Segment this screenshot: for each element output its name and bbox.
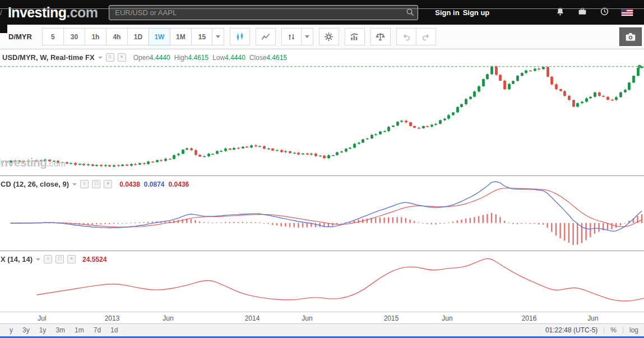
panel-close-icon[interactable]: × xyxy=(67,255,76,263)
macd-value: 0.0438 xyxy=(119,180,140,188)
indicators-icon xyxy=(350,32,359,41)
watermark-text-tld: .com xyxy=(47,159,66,168)
timeframe-1W-button[interactable]: 1W xyxy=(149,28,170,45)
x-axis-label: Jun xyxy=(302,314,312,322)
compare-button[interactable] xyxy=(281,28,302,45)
watermark-logo: Investing.com xyxy=(0,156,66,169)
range-buttons: y3y1y3m1m7d1d xyxy=(10,326,127,334)
sign-up-link[interactable]: Sign up xyxy=(463,8,490,17)
chart-title: USD/MYR, W, Real-time FX xyxy=(2,53,95,62)
interval-dropdown-button[interactable] xyxy=(212,28,224,45)
panel-collapse-icon[interactable]: ○ xyxy=(106,53,114,62)
ohlc-value: 4.4615 xyxy=(267,54,288,62)
site-logo[interactable]: Investing.com xyxy=(8,4,98,21)
chart-style-line-button[interactable] xyxy=(256,28,276,45)
panel-close-icon[interactable]: × xyxy=(118,53,126,62)
timeframe-4h-button[interactable]: 4h xyxy=(106,28,128,45)
range-1y-button[interactable]: 1y xyxy=(39,326,47,334)
panel-close-icon[interactable]: × xyxy=(104,180,112,188)
chart-title-caret-icon[interactable] xyxy=(98,57,103,59)
timeframe-1h-button[interactable]: 1h xyxy=(85,28,106,45)
clock-readout: 01:22:48 (UTC-5) xyxy=(545,326,597,334)
compare-dropdown-button[interactable] xyxy=(301,28,313,45)
price-chart-canvas[interactable] xyxy=(0,49,644,175)
panel-maximize-icon[interactable]: □ xyxy=(55,255,64,263)
ohlc-label: Low xyxy=(212,54,225,62)
time-axis[interactable]: Jul2013Jun2014Jun2015Jun2016Jun xyxy=(0,312,644,323)
language-flag-us[interactable] xyxy=(622,9,633,16)
macd-title-caret-icon[interactable] xyxy=(72,183,77,186)
panel-separator[interactable] xyxy=(0,251,644,251)
compare-arrows-icon xyxy=(287,33,296,41)
x-axis-label: Jun xyxy=(163,314,173,322)
search-icon[interactable] xyxy=(406,8,415,19)
x-axis-label: Jun xyxy=(587,314,598,322)
ohlc-readout: Open4.4440High4.4615Low4.4440Close4.4615 xyxy=(129,54,288,62)
redo-arrow-icon xyxy=(421,33,430,41)
logo-text-tld: .com xyxy=(66,4,98,20)
range-3y-button[interactable]: 3y xyxy=(22,326,30,334)
panel-separator[interactable] xyxy=(0,175,644,176)
adx-panel-header: X (14, 14) ○ □ × 24.5524 xyxy=(1,255,106,263)
price-panel-header: USD/MYR, W, Real-time FX ○ × Open4.4440H… xyxy=(2,53,287,62)
candlestick-icon xyxy=(235,33,244,41)
macd-values: 0.04380.08740.0436 xyxy=(115,180,189,188)
divider xyxy=(623,327,623,334)
search-input[interactable] xyxy=(109,5,418,20)
line-chart-icon xyxy=(261,33,270,41)
balance-scales-button[interactable] xyxy=(370,28,391,45)
auth-separator: / xyxy=(0,8,644,9)
top-header: Investing.com Sign in / Sign up xyxy=(0,0,644,25)
bottom-bar: y3y1y3m1m7d1d 01:22:48 (UTC-5) % log xyxy=(0,323,644,338)
range-7d-button[interactable]: 7d xyxy=(94,326,101,334)
panel-maximize-icon[interactable]: □ xyxy=(92,180,100,188)
macd-value: 0.0874 xyxy=(144,180,165,188)
timeframe-1M-button[interactable]: 1M xyxy=(170,28,192,45)
ohlc-label: Open xyxy=(133,54,150,62)
ohlc-value: 4.4440 xyxy=(150,54,170,62)
chart-type-candlestick-button[interactable] xyxy=(230,28,250,45)
log-scale-button[interactable]: log xyxy=(629,326,638,334)
camera-icon xyxy=(625,32,636,42)
range-1m-button[interactable]: 1m xyxy=(75,326,84,334)
chevron-down-icon xyxy=(305,35,309,38)
ohlc-value: 4.4440 xyxy=(225,54,245,62)
timeframe-1D-button[interactable]: 1D xyxy=(127,28,149,45)
sign-in-link[interactable]: Sign in xyxy=(435,8,459,17)
timeframe-5-button[interactable]: 5 xyxy=(42,28,64,45)
range-y-button[interactable]: y xyxy=(10,326,13,334)
timeframe-30-button[interactable]: 30 xyxy=(63,28,85,45)
redo-button[interactable] xyxy=(416,28,436,45)
adx-title-caret-icon[interactable] xyxy=(36,258,40,261)
panel-settings-icon[interactable]: ○ xyxy=(80,180,89,188)
adx-value: 24.5524 xyxy=(82,256,106,263)
x-axis-label: 2014 xyxy=(245,314,260,322)
timeframe-group: 5301h4h1D1W1M15 xyxy=(42,28,213,45)
macd-value: 0.0436 xyxy=(169,180,189,188)
logo-text-main: Investing xyxy=(8,4,66,20)
chart-toolbar: D/MYR 5301h4h1D1W1M15 xyxy=(0,25,644,49)
timeframe-15-button[interactable]: 15 xyxy=(191,28,213,45)
search-box xyxy=(109,5,418,20)
chart-region: USD/MYR, W, Real-time FX ○ × Open4.4440H… xyxy=(0,49,644,323)
indicators-button[interactable] xyxy=(345,28,365,45)
x-axis-label: Jul xyxy=(38,314,46,322)
percent-scale-button[interactable]: % xyxy=(610,326,617,334)
ohlc-label: High xyxy=(174,54,188,62)
watermark-text-main: Investing xyxy=(0,156,47,169)
undo-button[interactable] xyxy=(396,28,416,45)
auth-links: Sign in / Sign up xyxy=(435,8,489,17)
panel-settings-icon[interactable]: ○ xyxy=(44,255,52,263)
adx-title: X (14, 14) xyxy=(1,255,33,263)
undo-arrow-icon xyxy=(402,33,411,41)
range-1d-button[interactable]: 1d xyxy=(110,326,118,334)
ohlc-value: 4.4615 xyxy=(188,54,209,62)
gear-icon xyxy=(324,32,333,41)
range-3m-button[interactable]: 3m xyxy=(55,326,65,334)
divider xyxy=(604,327,604,334)
screenshot-camera-button[interactable] xyxy=(619,27,642,46)
ohlc-label: Close xyxy=(249,54,267,62)
symbol-label[interactable]: D/MYR xyxy=(0,33,41,41)
macd-title: CD (12, 26, close, 9) xyxy=(1,180,69,188)
settings-gear-button[interactable] xyxy=(319,28,339,45)
